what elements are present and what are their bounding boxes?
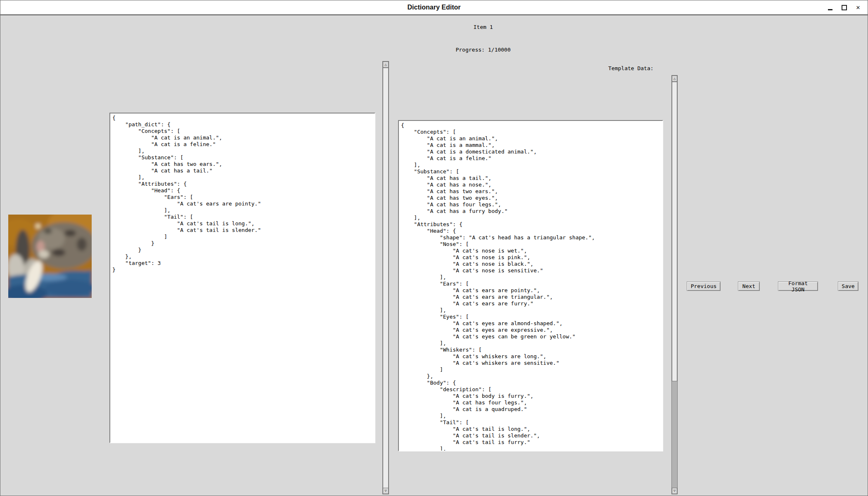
right-scroll-up-button[interactable]: △ bbox=[672, 76, 677, 82]
left-scrollbar[interactable]: △ ▽ bbox=[382, 61, 389, 494]
left-scroll-up-button[interactable]: △ bbox=[383, 61, 389, 68]
scroll-up-icon: △ bbox=[384, 63, 387, 66]
next-button[interactable]: Next bbox=[738, 281, 760, 291]
template-data-label: Template Data: bbox=[608, 65, 654, 71]
template-data-editor[interactable]: { "Concepts": [ "A cat is an animal.", "… bbox=[398, 120, 663, 451]
cat-image bbox=[8, 215, 92, 298]
template-data-editor-text[interactable]: { "Concepts": [ "A cat is an animal.", "… bbox=[399, 121, 662, 451]
format-json-button[interactable]: Format JSON bbox=[778, 281, 818, 291]
minimize-icon bbox=[828, 9, 832, 10]
titlebar: Dictionary Editor ✕ bbox=[0, 0, 868, 15]
right-scrollbar[interactable]: △ ▽ bbox=[671, 75, 678, 494]
left-scrollbar-thumb[interactable] bbox=[383, 68, 389, 489]
window-title: Dictionary Editor bbox=[408, 4, 461, 11]
previous-button[interactable]: Previous bbox=[687, 281, 721, 291]
progress-label: Progress: 1/10000 bbox=[455, 47, 510, 53]
right-scrollbar-thumb[interactable] bbox=[672, 82, 677, 381]
dictionary-editor-window: Dictionary Editor ✕ Item 1 Progress: 1/1… bbox=[0, 0, 868, 496]
path-dict-editor-text[interactable]: { "path_dict": { "Concepts": [ "A cat is… bbox=[110, 113, 375, 273]
scroll-down-icon: ▽ bbox=[674, 489, 676, 493]
maximize-button[interactable] bbox=[837, 0, 851, 14]
scroll-down-icon: ▽ bbox=[384, 489, 387, 493]
left-scroll-down-button[interactable]: ▽ bbox=[383, 488, 389, 494]
scroll-up-icon: △ bbox=[674, 77, 676, 80]
path-dict-editor[interactable]: { "path_dict": { "Concepts": [ "A cat is… bbox=[109, 113, 375, 443]
close-button[interactable]: ✕ bbox=[851, 0, 865, 14]
save-button[interactable]: Save bbox=[838, 281, 859, 291]
right-scroll-down-button[interactable]: ▽ bbox=[672, 488, 677, 494]
close-icon: ✕ bbox=[856, 5, 861, 11]
minimize-button[interactable] bbox=[823, 0, 837, 14]
window-controls: ✕ bbox=[823, 0, 865, 14]
maximize-icon bbox=[842, 5, 847, 10]
item-label: Item 1 bbox=[474, 24, 493, 30]
